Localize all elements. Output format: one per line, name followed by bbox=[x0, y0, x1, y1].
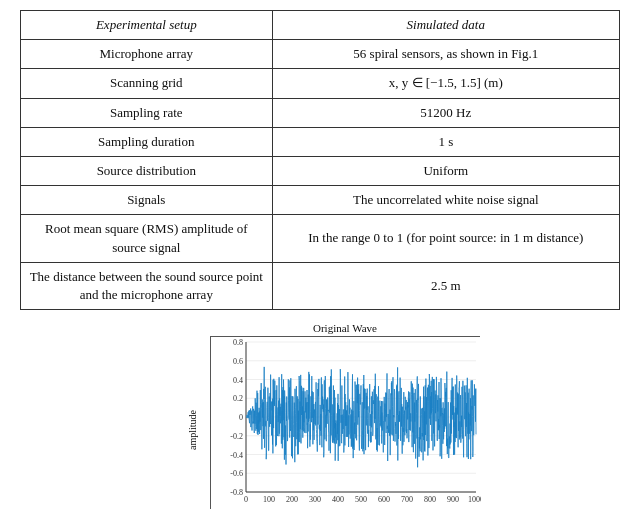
table-cell-left: Scanning grid bbox=[21, 69, 273, 98]
table-row: Sampling rate51200 Hz bbox=[21, 98, 620, 127]
svg-text:700: 700 bbox=[401, 495, 413, 504]
svg-text:0: 0 bbox=[239, 413, 243, 422]
table-cell-left: Source distribution bbox=[21, 156, 273, 185]
svg-text:100: 100 bbox=[263, 495, 275, 504]
table-cell-right: 2.5 m bbox=[272, 262, 619, 309]
svg-text:300: 300 bbox=[309, 495, 321, 504]
header-experimental: Experimental setup bbox=[21, 11, 273, 40]
table-cell-right: x, y ∈ [−1.5, 1.5] (m) bbox=[272, 69, 619, 98]
svg-text:0.6: 0.6 bbox=[233, 357, 243, 366]
header-simulated: Simulated data bbox=[272, 11, 619, 40]
svg-text:0.2: 0.2 bbox=[233, 394, 243, 403]
svg-text:200: 200 bbox=[286, 495, 298, 504]
svg-text:500: 500 bbox=[355, 495, 367, 504]
svg-text:600: 600 bbox=[378, 495, 390, 504]
svg-text:800: 800 bbox=[424, 495, 436, 504]
table-cell-right: 56 spiral sensors, as shown in Fig.1 bbox=[272, 40, 619, 69]
table-row: Sampling duration1 s bbox=[21, 127, 620, 156]
svg-text:0: 0 bbox=[244, 495, 248, 504]
table-cell-left: Sampling rate bbox=[21, 98, 273, 127]
svg-text:-0.4: -0.4 bbox=[230, 451, 243, 460]
svg-text:-0.2: -0.2 bbox=[230, 432, 243, 441]
table-cell-right: 1 s bbox=[272, 127, 619, 156]
svg-text:0.8: 0.8 bbox=[233, 338, 243, 347]
table-cell-left: Root mean square (RMS) amplitude of sour… bbox=[21, 215, 273, 262]
y-axis-label: amplitude bbox=[187, 410, 198, 450]
data-table: Experimental setup Simulated data Microp… bbox=[20, 10, 620, 310]
table-row: Microphone array56 spiral sensors, as sh… bbox=[21, 40, 620, 69]
table-row: Source distributionUniform bbox=[21, 156, 620, 185]
chart-container: Original Wave amplitude bbox=[20, 318, 620, 509]
svg-text:1000: 1000 bbox=[468, 495, 481, 504]
table-row: The distance between the sound source po… bbox=[21, 262, 620, 309]
svg-text:-0.6: -0.6 bbox=[230, 469, 243, 478]
chart-wrapper: Original Wave amplitude bbox=[210, 322, 480, 509]
table-header-row: Experimental setup Simulated data bbox=[21, 11, 620, 40]
table-cell-right: In the range 0 to 1 (for point source: i… bbox=[272, 215, 619, 262]
table-cell-left: Microphone array bbox=[21, 40, 273, 69]
table-cell-left: Signals bbox=[21, 186, 273, 215]
wave-chart: 0.8 0.6 0.4 0.2 0 -0.2 -0.4 -0.6 -0.8 0 … bbox=[211, 337, 481, 509]
table-row: Root mean square (RMS) amplitude of sour… bbox=[21, 215, 620, 262]
table-cell-right: 51200 Hz bbox=[272, 98, 619, 127]
svg-text:400: 400 bbox=[332, 495, 344, 504]
svg-text:900: 900 bbox=[447, 495, 459, 504]
table-cell-right: Uniform bbox=[272, 156, 619, 185]
chart-title: Original Wave bbox=[210, 322, 480, 334]
table-body: Microphone array56 spiral sensors, as sh… bbox=[21, 40, 620, 310]
svg-text:-0.8: -0.8 bbox=[230, 488, 243, 497]
table-cell-right: The uncorrelated white noise signal bbox=[272, 186, 619, 215]
table-cell-left: The distance between the sound source po… bbox=[21, 262, 273, 309]
table-row: SignalsThe uncorrelated white noise sign… bbox=[21, 186, 620, 215]
chart-box: 0.8 0.6 0.4 0.2 0 -0.2 -0.4 -0.6 -0.8 0 … bbox=[210, 336, 480, 509]
table-cell-left: Sampling duration bbox=[21, 127, 273, 156]
svg-text:0.4: 0.4 bbox=[233, 376, 243, 385]
page-wrapper: Experimental setup Simulated data Microp… bbox=[0, 0, 640, 509]
table-row: Scanning gridx, y ∈ [−1.5, 1.5] (m) bbox=[21, 69, 620, 98]
